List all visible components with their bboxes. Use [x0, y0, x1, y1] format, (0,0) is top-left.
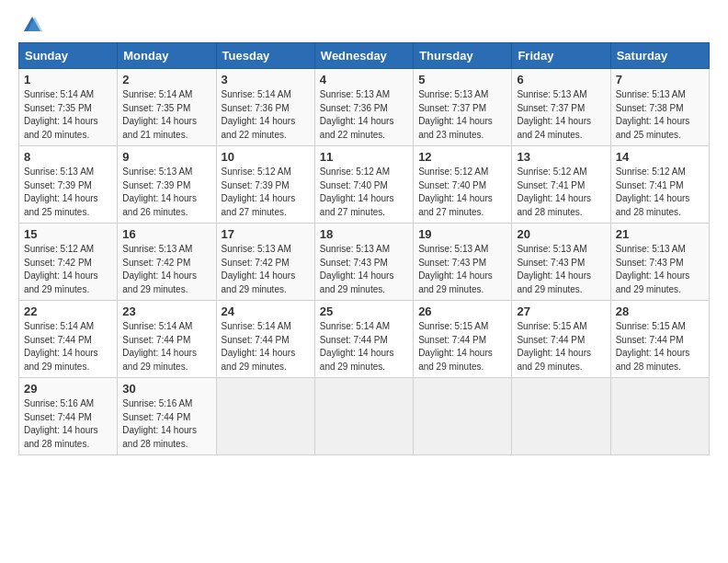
calendar-cell: 20Sunrise: 5:13 AMSunset: 7:43 PMDayligh…: [512, 224, 610, 301]
day-info: Sunrise: 5:13 AMSunset: 7:43 PMDaylight:…: [517, 243, 605, 296]
calendar-cell: 25Sunrise: 5:14 AMSunset: 7:44 PMDayligh…: [314, 301, 413, 378]
calendar-header-row: SundayMondayTuesdayWednesdayThursdayFrid…: [19, 43, 710, 69]
day-info: Sunrise: 5:13 AMSunset: 7:43 PMDaylight:…: [616, 243, 704, 296]
col-header-wednesday: Wednesday: [314, 43, 413, 69]
page: SundayMondayTuesdayWednesdayThursdayFrid…: [0, 0, 728, 563]
calendar-week-row: 8Sunrise: 5:13 AMSunset: 7:39 PMDaylight…: [19, 146, 710, 224]
day-number: 7: [616, 73, 704, 86]
day-info: Sunrise: 5:12 AMSunset: 7:42 PMDaylight:…: [24, 243, 112, 296]
calendar-cell: 9Sunrise: 5:13 AMSunset: 7:39 PMDaylight…: [118, 146, 216, 224]
day-info: Sunrise: 5:13 AMSunset: 7:39 PMDaylight:…: [122, 166, 210, 219]
day-number: 14: [616, 150, 704, 164]
calendar-cell: 3Sunrise: 5:14 AMSunset: 7:36 PMDaylight…: [216, 69, 314, 146]
calendar-cell: 29Sunrise: 5:16 AMSunset: 7:44 PMDayligh…: [19, 378, 118, 455]
day-number: 3: [222, 73, 310, 86]
day-number: 24: [222, 304, 310, 318]
calendar-week-row: 29Sunrise: 5:16 AMSunset: 7:44 PMDayligh…: [19, 378, 710, 455]
day-info: Sunrise: 5:16 AMSunset: 7:44 PMDaylight:…: [24, 397, 112, 451]
day-number: 25: [320, 304, 408, 318]
calendar-cell: 12Sunrise: 5:12 AMSunset: 7:40 PMDayligh…: [414, 146, 512, 224]
calendar-cell: 5Sunrise: 5:13 AMSunset: 7:37 PMDaylight…: [414, 69, 512, 146]
day-info: Sunrise: 5:13 AMSunset: 7:37 PMDaylight:…: [517, 88, 605, 142]
logo-icon: [22, 15, 42, 35]
col-header-tuesday: Tuesday: [216, 43, 314, 69]
day-number: 4: [320, 73, 408, 86]
day-number: 8: [24, 150, 112, 164]
day-info: Sunrise: 5:13 AMSunset: 7:43 PMDaylight:…: [418, 243, 506, 296]
col-header-thursday: Thursday: [414, 43, 512, 69]
day-info: Sunrise: 5:13 AMSunset: 7:42 PMDaylight:…: [122, 243, 210, 296]
day-number: 23: [122, 304, 210, 318]
day-number: 27: [517, 304, 605, 318]
calendar-cell: 22Sunrise: 5:14 AMSunset: 7:44 PMDayligh…: [19, 301, 118, 378]
calendar-cell: 23Sunrise: 5:14 AMSunset: 7:44 PMDayligh…: [118, 301, 216, 378]
calendar-cell: 10Sunrise: 5:12 AMSunset: 7:39 PMDayligh…: [216, 146, 314, 224]
calendar-cell: 24Sunrise: 5:14 AMSunset: 7:44 PMDayligh…: [216, 301, 314, 378]
day-info: Sunrise: 5:12 AMSunset: 7:41 PMDaylight:…: [517, 166, 605, 219]
calendar-cell: 17Sunrise: 5:13 AMSunset: 7:42 PMDayligh…: [216, 224, 314, 301]
day-info: Sunrise: 5:14 AMSunset: 7:35 PMDaylight:…: [24, 88, 112, 142]
calendar-cell: [512, 378, 610, 455]
day-info: Sunrise: 5:12 AMSunset: 7:41 PMDaylight:…: [616, 166, 704, 219]
day-info: Sunrise: 5:12 AMSunset: 7:39 PMDaylight:…: [222, 166, 310, 219]
day-number: 30: [122, 382, 210, 396]
calendar-cell: 19Sunrise: 5:13 AMSunset: 7:43 PMDayligh…: [414, 224, 512, 301]
day-info: Sunrise: 5:14 AMSunset: 7:44 PMDaylight:…: [222, 320, 310, 373]
calendar-cell: 15Sunrise: 5:12 AMSunset: 7:42 PMDayligh…: [19, 224, 118, 301]
calendar-cell: [610, 378, 709, 455]
col-header-friday: Friday: [512, 43, 610, 69]
calendar-week-row: 15Sunrise: 5:12 AMSunset: 7:42 PMDayligh…: [19, 224, 710, 301]
day-info: Sunrise: 5:15 AMSunset: 7:44 PMDaylight:…: [517, 320, 605, 373]
calendar-cell: 2Sunrise: 5:14 AMSunset: 7:35 PMDaylight…: [118, 69, 216, 146]
day-number: 17: [222, 227, 310, 241]
day-number: 26: [418, 304, 506, 318]
calendar-cell: 26Sunrise: 5:15 AMSunset: 7:44 PMDayligh…: [414, 301, 512, 378]
day-info: Sunrise: 5:13 AMSunset: 7:36 PMDaylight:…: [320, 88, 408, 142]
calendar-cell: 28Sunrise: 5:15 AMSunset: 7:44 PMDayligh…: [610, 301, 709, 378]
day-number: 29: [24, 382, 112, 396]
day-number: 13: [517, 150, 605, 164]
calendar-cell: 6Sunrise: 5:13 AMSunset: 7:37 PMDaylight…: [512, 69, 610, 146]
day-info: Sunrise: 5:13 AMSunset: 7:39 PMDaylight:…: [24, 166, 112, 219]
calendar-cell: 21Sunrise: 5:13 AMSunset: 7:43 PMDayligh…: [610, 224, 709, 301]
calendar-cell: [314, 378, 413, 455]
day-info: Sunrise: 5:15 AMSunset: 7:44 PMDaylight:…: [418, 320, 506, 373]
calendar-cell: 16Sunrise: 5:13 AMSunset: 7:42 PMDayligh…: [118, 224, 216, 301]
day-number: 22: [24, 304, 112, 318]
col-header-monday: Monday: [118, 43, 216, 69]
col-header-saturday: Saturday: [610, 43, 709, 69]
day-info: Sunrise: 5:13 AMSunset: 7:37 PMDaylight:…: [418, 88, 506, 142]
day-info: Sunrise: 5:13 AMSunset: 7:43 PMDaylight:…: [320, 243, 408, 296]
day-info: Sunrise: 5:13 AMSunset: 7:42 PMDaylight:…: [222, 243, 310, 296]
day-number: 5: [418, 73, 506, 86]
header: [18, 15, 710, 35]
calendar-week-row: 1Sunrise: 5:14 AMSunset: 7:35 PMDaylight…: [19, 69, 710, 146]
calendar-cell: 18Sunrise: 5:13 AMSunset: 7:43 PMDayligh…: [314, 224, 413, 301]
logo-text: [18, 15, 44, 35]
calendar-table: SundayMondayTuesdayWednesdayThursdayFrid…: [18, 42, 710, 455]
day-number: 28: [616, 304, 704, 318]
col-header-sunday: Sunday: [19, 43, 118, 69]
day-number: 18: [320, 227, 408, 241]
calendar-cell: 8Sunrise: 5:13 AMSunset: 7:39 PMDaylight…: [19, 146, 118, 224]
day-number: 6: [517, 73, 605, 86]
day-number: 21: [616, 227, 704, 241]
calendar-cell: 30Sunrise: 5:16 AMSunset: 7:44 PMDayligh…: [118, 378, 216, 455]
calendar-cell: 7Sunrise: 5:13 AMSunset: 7:38 PMDaylight…: [610, 69, 709, 146]
day-number: 10: [222, 150, 310, 164]
calendar-cell: 4Sunrise: 5:13 AMSunset: 7:36 PMDaylight…: [314, 69, 413, 146]
day-info: Sunrise: 5:12 AMSunset: 7:40 PMDaylight:…: [418, 166, 506, 219]
day-number: 2: [122, 73, 210, 86]
day-number: 11: [320, 150, 408, 164]
day-info: Sunrise: 5:14 AMSunset: 7:35 PMDaylight:…: [122, 88, 210, 142]
calendar-cell: [216, 378, 314, 455]
calendar-cell: [414, 378, 512, 455]
day-info: Sunrise: 5:15 AMSunset: 7:44 PMDaylight:…: [616, 320, 704, 373]
day-info: Sunrise: 5:14 AMSunset: 7:44 PMDaylight:…: [320, 320, 408, 373]
day-info: Sunrise: 5:16 AMSunset: 7:44 PMDaylight:…: [122, 397, 210, 451]
calendar-cell: 1Sunrise: 5:14 AMSunset: 7:35 PMDaylight…: [19, 69, 118, 146]
day-number: 15: [24, 227, 112, 241]
calendar-cell: 11Sunrise: 5:12 AMSunset: 7:40 PMDayligh…: [314, 146, 413, 224]
calendar-cell: 13Sunrise: 5:12 AMSunset: 7:41 PMDayligh…: [512, 146, 610, 224]
logo: [18, 15, 44, 35]
